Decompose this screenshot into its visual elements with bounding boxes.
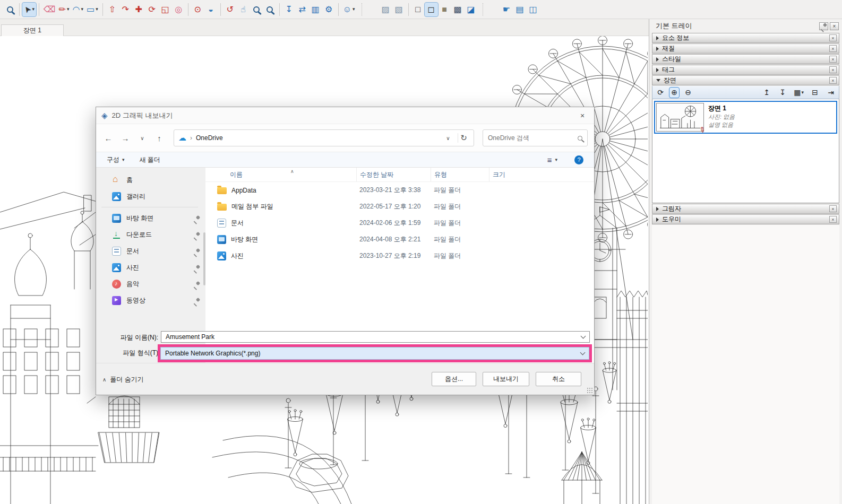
chevron-down-icon[interactable]: ▾ bbox=[353, 7, 355, 12]
sidebar-item-desktop[interactable]: 바탕 화면 bbox=[96, 210, 205, 227]
sidebar-item-gallery[interactable]: 갤러리 bbox=[96, 188, 205, 205]
breadcrumb[interactable]: OneDrive bbox=[196, 134, 223, 142]
column-header-type[interactable]: 유형 bbox=[431, 168, 489, 181]
section-expand-icon[interactable] bbox=[656, 57, 659, 62]
section-close-icon[interactable]: × bbox=[829, 56, 837, 63]
search-input[interactable] bbox=[488, 134, 578, 142]
section-close-icon[interactable]: × bbox=[829, 216, 837, 223]
section-close-icon[interactable]: × bbox=[829, 66, 837, 73]
tray-section-shadows[interactable]: 그림자 × bbox=[652, 204, 839, 214]
section-close-icon[interactable]: × bbox=[829, 34, 837, 41]
layout-icon[interactable]: ◫ bbox=[527, 3, 540, 16]
tray-section-entity-info[interactable]: 요소 정보 × bbox=[652, 33, 839, 43]
tray-section-tags[interactable]: 태그 × bbox=[652, 65, 839, 75]
dialog-close-button[interactable]: × bbox=[571, 107, 594, 124]
chevron-down-icon[interactable] bbox=[580, 350, 586, 355]
hide-folders-button[interactable]: ∧ 폴더 숨기기 bbox=[102, 375, 144, 384]
file-row-메일 첨부 파일[interactable]: 메일 첨부 파일 2022-05-17 오후 1:20 파일 폴더 bbox=[205, 198, 594, 215]
view-mode-button[interactable]: ≡ ▾ bbox=[547, 155, 557, 164]
pan-icon[interactable]: ☝ bbox=[237, 3, 250, 16]
column-header-size[interactable]: 크기 bbox=[489, 168, 537, 181]
tray-section-scenes[interactable]: 장면 × bbox=[652, 75, 839, 85]
eraser-icon[interactable]: ⌫ bbox=[42, 3, 57, 16]
file-row-바탕 화면[interactable]: 바탕 화면 2024-04-08 오후 2:21 파일 폴더 bbox=[205, 231, 594, 248]
move-scene-down-button[interactable]: ↧ bbox=[778, 88, 787, 98]
nav-back-button[interactable]: ← bbox=[102, 134, 114, 143]
share-component-icon[interactable]: ▥ bbox=[309, 3, 322, 16]
move-icon[interactable]: ✚ bbox=[132, 3, 145, 16]
freehand-icon[interactable]: ✏ ▾ bbox=[57, 3, 71, 16]
scene-item[interactable]: ✏ 장면 1 사진: 없음 설명 없음 bbox=[654, 101, 837, 134]
style-monochrome-icon[interactable]: ◪ bbox=[465, 3, 478, 16]
account-icon[interactable]: ☺ ▾ bbox=[341, 3, 357, 16]
style-shaded-textures-icon[interactable]: ▩ bbox=[451, 3, 465, 16]
organize-button[interactable]: 구성 ▾ bbox=[107, 155, 125, 164]
file-row-문서[interactable]: 문서 2024-02-06 오후 1:59 파일 폴더 bbox=[205, 215, 594, 231]
3d-warehouse-icon[interactable]: ↧ bbox=[282, 3, 296, 16]
chevron-down-icon[interactable]: ▾ bbox=[801, 90, 804, 95]
sidebar-item-music[interactable]: 음악 bbox=[96, 276, 205, 292]
move-scene-up-button[interactable]: ↥ bbox=[762, 88, 771, 98]
section-expand-icon[interactable] bbox=[656, 36, 659, 40]
style-back-edges-icon[interactable]: ▧ bbox=[392, 3, 406, 16]
resize-grip[interactable] bbox=[587, 388, 592, 393]
section-expand-icon[interactable] bbox=[656, 218, 659, 222]
style-hidden-line-icon[interactable]: ◻ bbox=[425, 3, 438, 16]
tray-section-instructor[interactable]: 도우미 × bbox=[652, 214, 839, 224]
style-xray-icon[interactable]: ▨ bbox=[379, 3, 392, 16]
view-options-button[interactable]: ▦ ▾ bbox=[794, 88, 804, 98]
add-scene-button[interactable]: ⊕ bbox=[669, 88, 679, 98]
gesture-icon[interactable]: ☛ bbox=[500, 3, 513, 16]
chevron-down-icon[interactable]: ▾ bbox=[96, 7, 98, 12]
section-expand-icon[interactable] bbox=[656, 207, 659, 211]
section-expand-icon[interactable] bbox=[656, 47, 659, 51]
chevron-down-icon[interactable]: ▾ bbox=[67, 7, 70, 12]
model-info-icon[interactable]: ▤ bbox=[513, 3, 527, 16]
push-pull-icon[interactable]: ⇧ bbox=[106, 3, 119, 16]
column-header-date[interactable]: 수정한 날짜 bbox=[356, 168, 431, 181]
remove-scene-button[interactable]: ⊖ bbox=[683, 88, 693, 98]
style-wireframe-icon[interactable]: □ bbox=[411, 3, 425, 16]
style-shaded-icon[interactable]: ■ bbox=[438, 3, 451, 16]
section-expand-icon[interactable] bbox=[656, 68, 659, 72]
nav-up-button[interactable]: ↑ bbox=[153, 134, 165, 143]
paint-bucket-icon[interactable]: ◒ bbox=[204, 3, 218, 16]
sidebar-item-home[interactable]: 홈 bbox=[96, 172, 205, 188]
extension-settings-icon[interactable]: ⚙ bbox=[322, 3, 336, 16]
update-scene-button[interactable]: ⟳ bbox=[656, 88, 665, 98]
file-row-AppData[interactable]: AppData 2023-03-21 오후 3:38 파일 폴더 bbox=[205, 182, 594, 198]
refresh-icon[interactable]: ↻ bbox=[458, 133, 469, 143]
tray-close-icon[interactable]: × bbox=[830, 22, 839, 30]
address-bar[interactable]: ☁ › OneDrive ∨ ↻ bbox=[174, 129, 474, 146]
chevron-down-icon[interactable] bbox=[581, 333, 586, 338]
new-folder-button[interactable]: 새 폴더 bbox=[140, 155, 160, 164]
tray-section-styles[interactable]: 스타일 × bbox=[652, 54, 839, 64]
search-box[interactable] bbox=[483, 129, 588, 146]
tape-measure-icon[interactable]: ⊙ bbox=[191, 3, 204, 16]
nav-forward-button[interactable]: → bbox=[119, 134, 131, 143]
file-row-사진[interactable]: 사진 2023-10-27 오후 2:19 파일 폴더 bbox=[205, 248, 594, 264]
chevron-down-icon[interactable]: ▾ bbox=[81, 7, 83, 12]
section-close-icon[interactable]: × bbox=[829, 77, 837, 84]
sidebar-item-videos[interactable]: 동영상 bbox=[96, 292, 205, 309]
search-icon[interactable] bbox=[3, 3, 16, 16]
options-button[interactable]: 옵션... bbox=[432, 372, 476, 386]
tray-pin-icon[interactable] bbox=[819, 22, 828, 30]
column-header-name[interactable]: 이름 ∧ bbox=[205, 170, 356, 179]
dialog-titlebar[interactable]: ◈ 2D 그래픽 내보내기 × bbox=[96, 107, 594, 124]
rotate-icon[interactable]: ⟳ bbox=[145, 3, 159, 16]
zoom-extents-icon[interactable] bbox=[263, 3, 277, 16]
follow-me-icon[interactable]: ↷ bbox=[119, 3, 132, 16]
section-collapse-icon[interactable] bbox=[656, 79, 660, 82]
export-button[interactable]: 내보내기 bbox=[483, 372, 529, 386]
cancel-button[interactable]: 취소 bbox=[536, 372, 581, 386]
sidebar-item-pictures[interactable]: 사진 bbox=[96, 259, 205, 276]
zoom-icon[interactable] bbox=[250, 3, 263, 16]
select-icon[interactable]: ➤ ▾ bbox=[22, 3, 36, 16]
filename-combobox[interactable]: Amusement Park bbox=[161, 331, 590, 343]
scene-list[interactable]: ✏ 장면 1 사진: 없음 설명 없음 bbox=[652, 99, 839, 203]
share-model-icon[interactable]: ⇄ bbox=[296, 3, 309, 16]
scene-tab[interactable]: 장면 1 bbox=[1, 24, 64, 36]
tray-section-materials[interactable]: 재질 × bbox=[652, 44, 839, 54]
nav-recent-dropdown[interactable]: ∨ bbox=[136, 135, 148, 141]
